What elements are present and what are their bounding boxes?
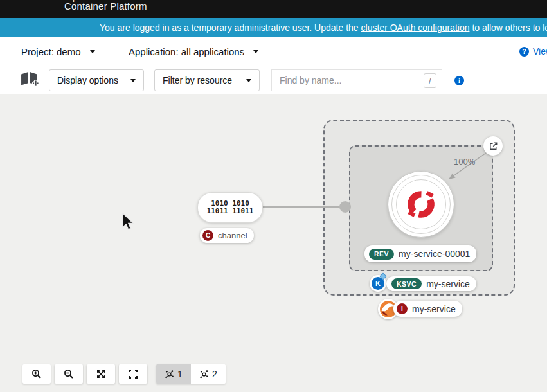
view-shortcuts-link[interactable]: ? View shortcuts bbox=[519, 37, 547, 66]
filter-by-resource-label: Filter by resource bbox=[163, 75, 232, 85]
knative-icon[interactable]: K bbox=[370, 275, 386, 292]
layout-topology-icon bbox=[199, 370, 209, 379]
revision-name: my-service-00001 bbox=[399, 249, 470, 259]
find-by-name-field: / bbox=[271, 69, 442, 91]
integration-kind-badge: I bbox=[397, 303, 408, 314]
openshift-topology-app: OpenShift Container Platform You are log… bbox=[0, 0, 547, 392]
project-dropdown-label: Project: demo bbox=[21, 46, 81, 57]
find-by-name-input[interactable] bbox=[271, 69, 442, 91]
channel-node[interactable]: 1010 1010 11011 11011 bbox=[197, 192, 263, 223]
masthead: OpenShift Container Platform bbox=[0, 0, 547, 18]
help-question-icon: ? bbox=[519, 47, 529, 57]
event-edge[interactable] bbox=[262, 206, 345, 208]
banner-text-after: to allow others to log in. bbox=[472, 22, 547, 33]
traffic-percent-label: 100% bbox=[454, 157, 475, 166]
display-options-dropdown[interactable]: Display options bbox=[49, 69, 144, 91]
event-source-name: my-service bbox=[412, 304, 456, 314]
fit-to-screen-button[interactable] bbox=[87, 364, 115, 384]
fullscreen-button[interactable] bbox=[119, 364, 147, 384]
event-source-label[interactable]: I my-service bbox=[393, 301, 462, 317]
chevron-down-icon bbox=[90, 50, 95, 53]
kservice-kind-badge: KSVC bbox=[391, 278, 422, 289]
zoom-in-icon bbox=[31, 369, 42, 379]
chevron-down-icon bbox=[130, 79, 136, 82]
openshift-logo-icon bbox=[405, 188, 437, 220]
cluster-oauth-configuration-link[interactable]: cluster OAuth configuration bbox=[361, 22, 470, 33]
application-dropdown[interactable]: Application: all applications bbox=[129, 37, 258, 66]
revision-label[interactable]: REV my-service-00001 bbox=[364, 245, 476, 262]
layout-toggle-group: 1 2 bbox=[156, 364, 226, 384]
project-dropdown[interactable]: Project: demo bbox=[21, 37, 95, 66]
layout-2-button[interactable]: 2 bbox=[191, 364, 226, 384]
layout-1-button[interactable]: 1 bbox=[156, 364, 191, 384]
display-options-label: Display options bbox=[57, 75, 118, 85]
banner-text-before: You are logged in as a temporary adminis… bbox=[100, 22, 359, 33]
temp-admin-banner: You are logged in as a temporary adminis… bbox=[0, 18, 547, 37]
masthead-logo: Container Platform bbox=[64, 1, 147, 12]
knative-service-label[interactable]: KSVC my-service bbox=[386, 276, 476, 291]
application-dropdown-label: Application: all applications bbox=[129, 46, 244, 57]
filter-by-resource-dropdown[interactable]: Filter by resource bbox=[154, 69, 260, 91]
channel-name: channel bbox=[218, 231, 247, 240]
layout-1-label: 1 bbox=[177, 369, 183, 379]
zoom-in-button[interactable] bbox=[22, 364, 51, 384]
kservice-name: my-service bbox=[426, 279, 470, 289]
quick-add-map-icon[interactable] bbox=[19, 69, 40, 90]
layout-2-label: 2 bbox=[212, 369, 217, 379]
expand-arrows-icon bbox=[96, 369, 106, 379]
chevron-down-icon bbox=[253, 50, 258, 53]
zoom-out-button[interactable] bbox=[55, 364, 83, 384]
channel-label[interactable]: C channel bbox=[200, 228, 254, 243]
chevron-down-icon bbox=[246, 79, 251, 82]
binary-icon-line2: 11011 11011 bbox=[207, 208, 254, 215]
fullscreen-icon bbox=[128, 369, 138, 379]
edge-endpoint-dot bbox=[339, 201, 351, 213]
context-bar: Project: demo Application: all applicati… bbox=[0, 37, 547, 66]
open-map-plus-icon bbox=[20, 70, 39, 88]
zoom-out-icon bbox=[64, 369, 74, 379]
revision-kind-badge: REV bbox=[369, 249, 394, 260]
view-shortcuts-label: View shortcuts bbox=[533, 46, 547, 57]
keyboard-shortcut-badge: / bbox=[424, 73, 436, 88]
layout-topology-icon bbox=[165, 370, 174, 379]
channel-kind-badge: C bbox=[202, 230, 213, 241]
info-icon[interactable]: i bbox=[454, 76, 464, 85]
